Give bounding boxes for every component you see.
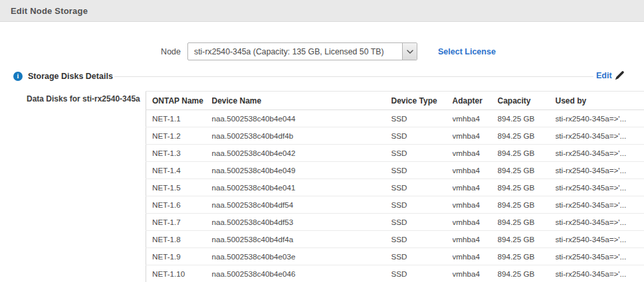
- cell-device-type: SSD: [391, 179, 453, 196]
- cell-ontap-name: NET-1.3: [146, 145, 212, 162]
- cell-capacity: 894.25 GB: [498, 179, 556, 196]
- column-header-capacity: Capacity: [498, 92, 556, 110]
- cell-capacity: 894.25 GB: [498, 265, 556, 282]
- table-row: NET-1.10naa.5002538c40b4e046SSDvmhba4894…: [146, 265, 644, 282]
- table-row: NET-1.8naa.5002538c40b4df4aSSDvmhba4894.…: [146, 231, 644, 248]
- cell-adapter: vmhba4: [453, 196, 498, 214]
- pencil-icon[interactable]: [615, 70, 625, 81]
- cell-device-name: naa.5002538c40b4e042: [212, 145, 391, 162]
- dialog-titlebar: Edit Node Storage: [0, 0, 644, 22]
- table-row: NET-1.9naa.5002538c40b4e03eSSDvmhba4894.…: [146, 248, 644, 265]
- dialog-title: Edit Node Storage: [11, 6, 88, 16]
- table-row: NET-1.2naa.5002538c40b4df4bSSDvmhba4894.…: [146, 127, 644, 145]
- cell-device-type: SSD: [391, 162, 453, 179]
- column-header-used-by: Used by: [556, 92, 644, 110]
- cell-ontap-name: NET-1.9: [146, 248, 212, 265]
- table-row: NET-1.7naa.5002538c40b4df53SSDvmhba4894.…: [146, 214, 644, 231]
- storage-disks-table: ONTAP Name Device Name Device Type Adapt…: [146, 91, 644, 282]
- cell-capacity: 894.25 GB: [498, 231, 556, 248]
- cell-ontap-name: NET-1.7: [146, 214, 212, 231]
- cell-adapter: vmhba4: [453, 231, 498, 248]
- column-header-device-name: Device Name: [212, 92, 391, 110]
- cell-capacity: 894.25 GB: [498, 214, 556, 231]
- cell-device-name: naa.5002538c40b4df4a: [212, 231, 391, 248]
- cell-used-by: sti-rx2540-345a=>'...: [556, 231, 644, 248]
- cell-capacity: 894.25 GB: [498, 196, 556, 214]
- section-title: Storage Disks Details: [28, 72, 113, 81]
- cell-device-name: naa.5002538c40b4df4b: [212, 127, 391, 145]
- cell-used-by: sti-rx2540-345a=>'...: [556, 110, 644, 127]
- cell-adapter: vmhba4: [453, 110, 498, 127]
- cell-device-type: SSD: [391, 214, 453, 231]
- table-row: NET-1.5naa.5002538c40b4e041SSDvmhba4894.…: [146, 179, 644, 196]
- cell-ontap-name: NET-1.2: [146, 127, 212, 145]
- edit-link[interactable]: Edit: [596, 71, 612, 80]
- cell-adapter: vmhba4: [453, 179, 498, 196]
- cell-capacity: 894.25 GB: [498, 248, 556, 265]
- table-row: NET-1.4naa.5002538c40b4e049SSDvmhba4894.…: [146, 162, 644, 179]
- cell-ontap-name: NET-1.1: [146, 110, 212, 127]
- cell-device-type: SSD: [391, 231, 453, 248]
- table-header-row: ONTAP Name Device Name Device Type Adapt…: [146, 92, 644, 110]
- cell-adapter: vmhba4: [453, 145, 498, 162]
- cell-used-by: sti-rx2540-345a=>'...: [556, 214, 644, 231]
- table-body: NET-1.1naa.5002538c40b4e044SSDvmhba4894.…: [146, 110, 644, 282]
- cell-device-type: SSD: [391, 196, 453, 214]
- select-license-link[interactable]: Select License: [438, 47, 496, 56]
- table-row: NET-1.6naa.5002538c40b4df54SSDvmhba4894.…: [146, 196, 644, 214]
- cell-device-name: naa.5002538c40b4df53: [212, 214, 391, 231]
- cell-device-name: naa.5002538c40b4e03e: [212, 248, 391, 265]
- cell-adapter: vmhba4: [453, 214, 498, 231]
- column-header-adapter: Adapter: [453, 92, 498, 110]
- node-select[interactable]: sti-rx2540-345a (Capacity: 135 GB, Licen…: [187, 42, 417, 60]
- cell-used-by: sti-rx2540-345a=>'...: [556, 248, 644, 265]
- cell-ontap-name: NET-1.4: [146, 162, 212, 179]
- cell-capacity: 894.25 GB: [498, 145, 556, 162]
- cell-ontap-name: NET-1.6: [146, 196, 212, 214]
- cell-capacity: 894.25 GB: [498, 110, 556, 127]
- chevron-down-icon[interactable]: [402, 43, 417, 60]
- cell-device-type: SSD: [391, 248, 453, 265]
- node-label: Node: [145, 47, 181, 56]
- cell-device-type: SSD: [391, 110, 453, 127]
- column-header-device-type: Device Type: [391, 92, 453, 110]
- cell-adapter: vmhba4: [453, 248, 498, 265]
- cell-device-name: naa.5002538c40b4e041: [212, 179, 391, 196]
- cell-device-name: naa.5002538c40b4e049: [212, 162, 391, 179]
- cell-device-name: naa.5002538c40b4e044: [212, 110, 391, 127]
- cell-device-type: SSD: [391, 145, 453, 162]
- cell-device-type: SSD: [391, 265, 453, 282]
- cell-device-type: SSD: [391, 127, 453, 145]
- cell-used-by: sti-rx2540-345a=>'...: [556, 196, 644, 214]
- table-row: NET-1.3naa.5002538c40b4e042SSDvmhba4894.…: [146, 145, 644, 162]
- table-row: NET-1.1naa.5002538c40b4e044SSDvmhba4894.…: [146, 110, 644, 127]
- cell-used-by: sti-rx2540-345a=>'...: [556, 179, 644, 196]
- column-header-ontap-name: ONTAP Name: [146, 92, 212, 110]
- cell-capacity: 894.25 GB: [498, 127, 556, 145]
- cell-capacity: 894.25 GB: [498, 162, 556, 179]
- data-disks-caption: Data Disks for sti-rx2540-345a: [27, 94, 140, 104]
- cell-used-by: sti-rx2540-345a=>'...: [556, 145, 644, 162]
- cell-used-by: sti-rx2540-345a=>'...: [556, 265, 644, 282]
- info-icon[interactable]: i: [13, 72, 23, 81]
- edit-node-storage-dialog: Edit Node Storage Node sti-rx2540-345a (…: [0, 0, 644, 282]
- cell-device-name: naa.5002538c40b4df54: [212, 196, 391, 214]
- cell-adapter: vmhba4: [453, 265, 498, 282]
- cell-adapter: vmhba4: [453, 162, 498, 179]
- node-select-value: sti-rx2540-345a (Capacity: 135 GB, Licen…: [188, 43, 402, 60]
- cell-used-by: sti-rx2540-345a=>'...: [556, 127, 644, 145]
- cell-ontap-name: NET-1.5: [146, 179, 212, 196]
- cell-device-name: naa.5002538c40b4e046: [212, 265, 391, 282]
- cell-ontap-name: NET-1.10: [146, 265, 212, 282]
- cell-adapter: vmhba4: [453, 127, 498, 145]
- cell-ontap-name: NET-1.8: [146, 231, 212, 248]
- section-divider: [114, 76, 593, 77]
- cell-used-by: sti-rx2540-345a=>'...: [556, 162, 644, 179]
